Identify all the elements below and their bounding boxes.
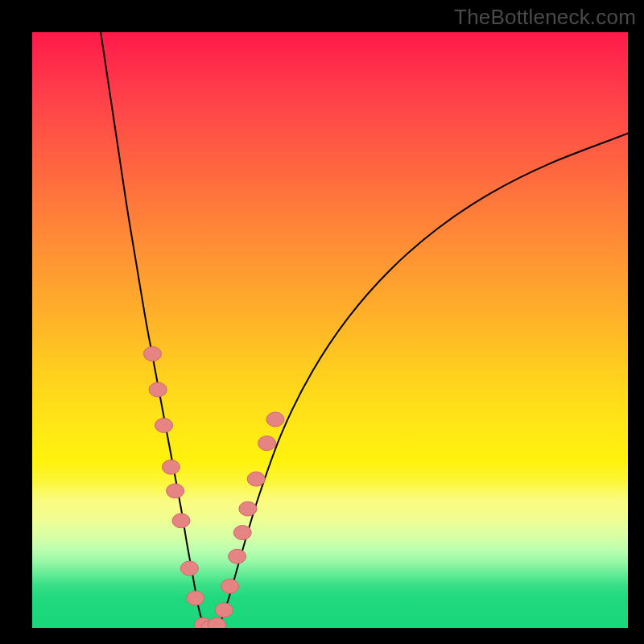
data-marker xyxy=(266,412,284,427)
data-marker xyxy=(239,502,257,516)
data-marker xyxy=(208,617,225,628)
plot-area xyxy=(32,32,628,628)
data-marker xyxy=(167,484,184,498)
data-marker xyxy=(215,603,233,617)
data-marker xyxy=(172,514,190,528)
curve-path xyxy=(101,32,628,628)
frame: TheBottleneck.com xyxy=(0,0,644,644)
data-marker xyxy=(229,549,246,564)
data-marker xyxy=(155,418,173,432)
data-marker xyxy=(180,561,198,576)
data-marker xyxy=(149,382,167,397)
data-markers xyxy=(143,347,283,628)
data-marker xyxy=(162,460,180,474)
bottleneck-curve xyxy=(32,32,628,628)
data-marker xyxy=(221,579,239,593)
data-marker xyxy=(187,591,204,605)
watermark-text: TheBottleneck.com xyxy=(454,5,636,30)
data-marker xyxy=(258,436,276,451)
data-marker xyxy=(233,526,251,540)
data-marker xyxy=(143,347,161,361)
data-marker xyxy=(247,472,265,486)
